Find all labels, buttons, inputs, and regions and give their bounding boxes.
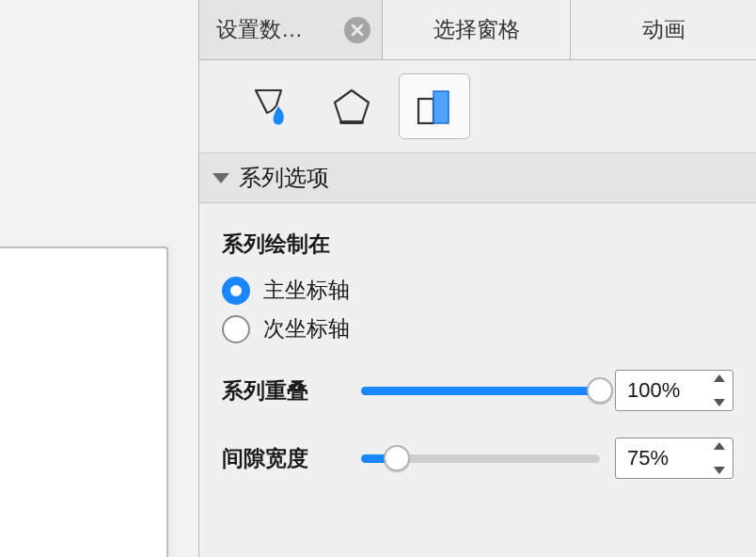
pentagon-icon: [331, 86, 372, 127]
paint-drop-icon: [249, 85, 289, 128]
plot-on-title: 系列绘制在: [222, 230, 733, 259]
radio-primary-axis[interactable]: 主坐标轴: [222, 276, 733, 305]
svg-rect-3: [433, 91, 449, 123]
stepper-up-icon[interactable]: [714, 442, 725, 450]
effects-button[interactable]: [316, 73, 387, 139]
slider-thumb[interactable]: [384, 445, 410, 471]
section-body: 系列绘制在 主坐标轴 次坐标轴 系列重叠 100%: [199, 203, 756, 557]
tab-animation[interactable]: 动画: [571, 0, 756, 59]
spinner-value: 100%: [627, 378, 680, 403]
document-edge: [0, 247, 168, 557]
chevron-down-icon: [213, 173, 229, 183]
radio-label: 次坐标轴: [263, 314, 350, 343]
tab-label: 动画: [642, 15, 685, 44]
gap-width-slider[interactable]: [361, 445, 600, 471]
spinner-value: 75%: [627, 446, 669, 470]
series-overlap-slider[interactable]: [361, 377, 600, 404]
close-icon[interactable]: [344, 17, 370, 43]
svg-marker-0: [335, 90, 369, 122]
series-overlap-spinner[interactable]: 100%: [615, 370, 733, 411]
format-category-toolbar: [199, 60, 756, 153]
tab-label: 选择窗格: [433, 15, 520, 44]
bar-chart-icon: [413, 86, 456, 127]
tab-format-data-series[interactable]: 设置数…: [199, 0, 383, 59]
panel-tabs: 设置数… 选择窗格 动画: [199, 0, 756, 60]
gap-width-row: 间隙宽度 75%: [222, 438, 733, 479]
section-header-series-options[interactable]: 系列选项: [199, 153, 756, 203]
stepper-up-icon[interactable]: [714, 374, 725, 382]
stepper-down-icon[interactable]: [714, 399, 725, 406]
slider-label: 间隙宽度: [222, 444, 361, 473]
section-title: 系列选项: [239, 163, 329, 193]
format-panel: 设置数… 选择窗格 动画: [198, 0, 756, 557]
radio-label: 主坐标轴: [263, 276, 350, 305]
tab-label: 设置数…: [216, 15, 337, 44]
tab-selection-pane[interactable]: 选择窗格: [383, 0, 571, 59]
svg-rect-2: [418, 99, 433, 123]
stepper-down-icon[interactable]: [714, 467, 725, 474]
gap-width-spinner[interactable]: 75%: [615, 438, 733, 479]
slider-thumb[interactable]: [587, 377, 613, 404]
series-options-button[interactable]: [399, 73, 470, 139]
radio-indicator: [222, 315, 250, 343]
canvas-area: [0, 0, 198, 557]
radio-secondary-axis[interactable]: 次坐标轴: [222, 314, 733, 343]
radio-indicator: [222, 277, 250, 305]
series-overlap-row: 系列重叠 100%: [222, 370, 733, 411]
slider-label: 系列重叠: [222, 376, 361, 406]
fill-and-line-button[interactable]: [233, 73, 305, 139]
